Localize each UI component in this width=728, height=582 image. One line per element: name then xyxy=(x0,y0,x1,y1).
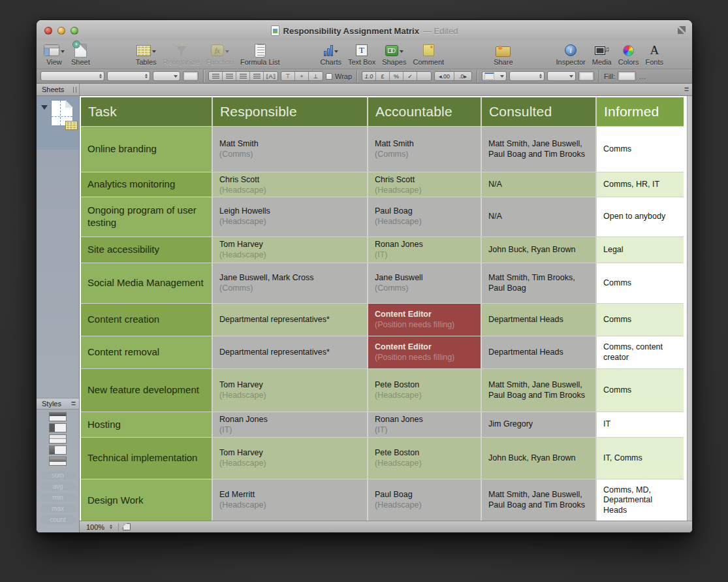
disclosure-triangle-icon[interactable] xyxy=(41,105,48,113)
handle-icon[interactable]: = xyxy=(684,86,689,93)
align-right-button[interactable] xyxy=(236,72,250,80)
styles-panel-header[interactable]: Styles = xyxy=(37,398,79,410)
style-thumbnail[interactable] xyxy=(49,412,67,421)
cell-informed[interactable]: Legal xyxy=(597,237,684,263)
cell-task[interactable]: Social Media Management xyxy=(81,263,212,303)
style-thumbnail[interactable] xyxy=(49,445,67,455)
fullscreen-icon[interactable] xyxy=(678,26,686,34)
cell-task[interactable]: Ongoing program of user testing xyxy=(81,197,212,236)
cell-informed[interactable]: Comms xyxy=(597,304,684,336)
cell-responsible[interactable]: Departmental representatives* xyxy=(213,336,367,368)
cell-responsible[interactable]: Tom Harvey (Headscape) xyxy=(213,237,367,263)
cell-responsible[interactable]: Chris Scott (Headscape) xyxy=(213,172,367,197)
toolbar-sheet[interactable]: Sheet xyxy=(68,42,93,67)
max-button[interactable]: max xyxy=(40,504,76,513)
cell-task[interactable]: Online branding xyxy=(81,127,212,172)
cell-task[interactable]: Hosting xyxy=(81,412,212,437)
valign-top-button[interactable]: ⊤ xyxy=(281,72,295,80)
style-thumbnail[interactable] xyxy=(49,457,67,466)
cell-consulted[interactable]: Matt Smith, Jane Buswell, Paul Boag and … xyxy=(482,127,595,172)
border-color-well[interactable] xyxy=(578,71,594,81)
cell-accountable[interactable]: Content Editor (Position needs filling) xyxy=(368,304,481,336)
cell-consulted[interactable]: John Buck, Ryan Brown xyxy=(482,237,595,263)
checkbox-format-button[interactable]: ✓ xyxy=(404,72,417,80)
cell-consulted[interactable]: Departmental Heads xyxy=(482,336,595,368)
border-style-select[interactable] xyxy=(482,71,507,81)
toolbar-formula-list[interactable]: Formula List xyxy=(237,42,283,67)
column-header-consulted[interactable]: Consulted xyxy=(482,97,595,126)
toolbar-tables[interactable]: Tables xyxy=(133,42,160,67)
cell-task[interactable]: Technical implementation xyxy=(81,438,212,479)
cell-informed[interactable]: Comms, content creator xyxy=(597,336,684,368)
toolbar-comment[interactable]: Comment xyxy=(409,42,447,67)
wrap-checkbox[interactable] xyxy=(326,73,332,80)
toolbar-inspector[interactable]: i Inspector xyxy=(553,42,589,67)
column-header-responsible[interactable]: Responsible xyxy=(213,97,367,126)
increase-decimal-button[interactable]: .0▸ xyxy=(454,72,471,80)
close-button[interactable] xyxy=(44,27,52,35)
toolbar-reorganize[interactable]: Reorganize xyxy=(160,42,203,67)
cell-task[interactable]: Analytics monitoring xyxy=(81,172,212,197)
cell-informed[interactable]: Comms xyxy=(597,369,684,412)
cell-consulted[interactable]: Jim Gregory xyxy=(482,412,595,437)
toolbar-text-box[interactable]: T Text Box xyxy=(345,42,379,67)
cell-task[interactable]: Design Work xyxy=(81,479,212,521)
text-color-well[interactable] xyxy=(183,71,198,81)
cell-consulted[interactable]: Matt Smith, Jane Buswell, Paul Boag and … xyxy=(482,369,595,412)
toolbar-colors[interactable]: Colors xyxy=(615,42,642,67)
cell-responsible[interactable]: Tom Harvey (Headscape) xyxy=(213,438,367,479)
column-header-task[interactable]: Task xyxy=(81,97,212,126)
font-typeface-select[interactable] xyxy=(107,71,150,81)
sheets-panel-header[interactable]: Sheets xyxy=(37,84,80,95)
align-auto-button[interactable]: ⟦A⟧ xyxy=(264,72,277,80)
cell-accountable[interactable]: Ronan Jones (IT) xyxy=(368,412,481,437)
cell-consulted[interactable]: N/A xyxy=(482,197,595,236)
align-center-button[interactable] xyxy=(223,72,236,80)
column-header-informed[interactable]: Informed xyxy=(597,97,684,126)
cell-accountable[interactable]: Ronan Jones (IT) xyxy=(368,237,481,263)
toolbar-view[interactable]: View xyxy=(40,42,68,67)
cell-responsible[interactable]: Departmental representatives* xyxy=(213,304,367,336)
toolbar-shapes[interactable]: Shapes xyxy=(379,42,409,67)
count-button[interactable]: count xyxy=(40,515,76,524)
column-header-accountable[interactable]: Accountable xyxy=(368,97,481,126)
sum-button[interactable]: sum xyxy=(40,471,76,479)
border-line-select[interactable] xyxy=(547,71,576,81)
cell-responsible[interactable]: Matt Smith (Comms) xyxy=(213,127,367,172)
toolbar-charts[interactable]: Charts xyxy=(317,42,345,67)
decrease-decimal-button[interactable]: ◂.00 xyxy=(435,72,454,80)
cell-accountable[interactable]: Chris Scott (Headscape) xyxy=(368,172,481,197)
cell-informed[interactable]: Comms xyxy=(597,263,684,303)
style-thumbnail[interactable] xyxy=(49,423,67,432)
cell-task[interactable]: Content removal xyxy=(81,336,212,368)
cell-accountable[interactable]: Paul Boag (Headscape) xyxy=(368,197,481,236)
table-thumbnail-icon[interactable] xyxy=(65,121,78,130)
percent-format-button[interactable]: % xyxy=(390,72,404,80)
handle-icon[interactable]: = xyxy=(71,400,76,407)
cell-informed[interactable]: IT xyxy=(597,412,684,437)
font-family-select[interactable] xyxy=(40,71,104,81)
format-dropdown-button[interactable] xyxy=(417,72,431,80)
minimize-button[interactable] xyxy=(57,27,65,35)
cell-informed[interactable]: Comms, MD, Departmental Heads xyxy=(597,479,684,521)
valign-middle-button[interactable]: ⧾ xyxy=(295,72,309,80)
border-width-select[interactable] xyxy=(509,71,545,81)
cell-informed[interactable]: Open to anybody xyxy=(597,197,684,236)
cell-accountable[interactable]: Matt Smith (Comms) xyxy=(368,127,481,172)
cell-informed[interactable]: Comms, HR, IT xyxy=(597,172,684,197)
toolbar-fonts[interactable]: A Fonts xyxy=(642,42,667,67)
toolbar-share[interactable]: Share xyxy=(490,42,516,67)
cell-task[interactable]: Content creation xyxy=(81,304,212,336)
cell-consulted[interactable]: Matt Smith, Jane Buswell, Paul Boag and … xyxy=(482,479,595,521)
number-format-button[interactable]: 1.0 xyxy=(362,72,376,80)
cell-responsible[interactable]: Leigh Howells (Headscape) xyxy=(213,197,367,236)
cell-accountable[interactable]: Pete Boston (Headscape) xyxy=(368,438,481,479)
cell-responsible[interactable]: Jane Buswell, Mark Cross (Comms) xyxy=(213,263,367,303)
vertical-scrollbar[interactable] xyxy=(687,96,692,521)
cell-accountable[interactable]: Pete Boston (Headscape) xyxy=(368,369,481,412)
cell-consulted[interactable]: Matt Smith, Tim Brooks, Paul Boag xyxy=(482,263,595,303)
cell-informed[interactable]: Comms xyxy=(597,127,684,172)
title-bar[interactable]: Responsibility Assignment Matrix — Edite… xyxy=(37,20,692,41)
currency-format-button[interactable]: £ xyxy=(376,72,390,80)
cell-accountable[interactable]: Jane Buswell (Comms) xyxy=(368,263,481,303)
